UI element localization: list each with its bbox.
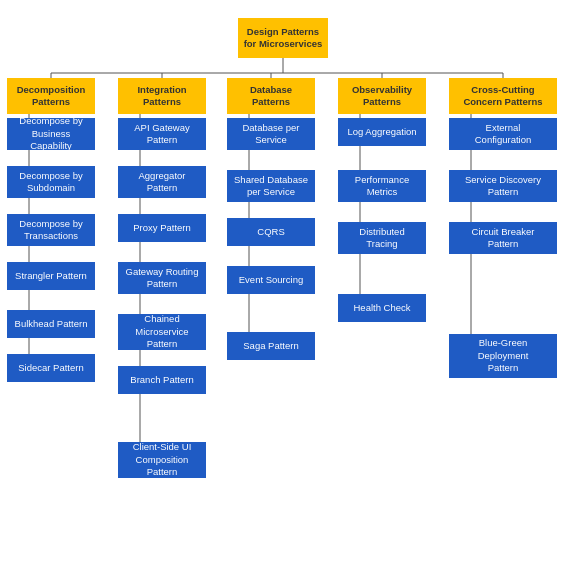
node-blue-green: Blue-Green Deployment Pattern	[449, 334, 557, 378]
node-aggregator: Aggregator Pattern	[118, 166, 206, 198]
node-external-config: External Configuration	[449, 118, 557, 150]
node-decompose-business: Decompose by Business Capability	[7, 118, 95, 150]
node-client-side-ui: Client-Side UI Composition Pattern	[118, 442, 206, 478]
node-log-aggregation: Log Aggregation	[338, 118, 426, 146]
col-header-observability: Observability Patterns	[338, 78, 426, 114]
node-bulkhead: Bulkhead Pattern	[7, 310, 95, 338]
node-cqrs: CQRS	[227, 218, 315, 246]
col-header-decomposition: Decomposition Patterns	[7, 78, 95, 114]
node-shared-database: Shared Database per Service	[227, 170, 315, 202]
node-service-discovery: Service Discovery Pattern	[449, 170, 557, 202]
node-api-gateway: API Gateway Pattern	[118, 118, 206, 150]
node-event-sourcing: Event Sourcing	[227, 266, 315, 294]
root-node: Design Patterns for Microservices	[238, 18, 328, 58]
diagram: Design Patterns for Microservices Decomp…	[5, 10, 562, 565]
node-health-check: Health Check	[338, 294, 426, 322]
node-saga: Saga Pattern	[227, 332, 315, 360]
node-proxy: Proxy Pattern	[118, 214, 206, 242]
node-decompose-transactions: Decompose by Transactions	[7, 214, 95, 246]
col-header-crosscutting: Cross-Cutting Concern Patterns	[449, 78, 557, 114]
node-database-per-service: Database per Service	[227, 118, 315, 150]
col-header-database: Database Patterns	[227, 78, 315, 114]
chart-container: Design Patterns for Microservices Decomp…	[0, 0, 567, 565]
node-performance-metrics: Performance Metrics	[338, 170, 426, 202]
node-chained-microservice: Chained Microservice Pattern	[118, 314, 206, 350]
node-strangler: Strangler Pattern	[7, 262, 95, 290]
node-decompose-subdomain: Decompose by Subdomain	[7, 166, 95, 198]
node-branch: Branch Pattern	[118, 366, 206, 394]
node-distributed-tracing: Distributed Tracing	[338, 222, 426, 254]
col-header-integration: Integration Patterns	[118, 78, 206, 114]
node-circuit-breaker: Circuit Breaker Pattern	[449, 222, 557, 254]
node-gateway-routing: Gateway Routing Pattern	[118, 262, 206, 294]
node-sidecar: Sidecar Pattern	[7, 354, 95, 382]
